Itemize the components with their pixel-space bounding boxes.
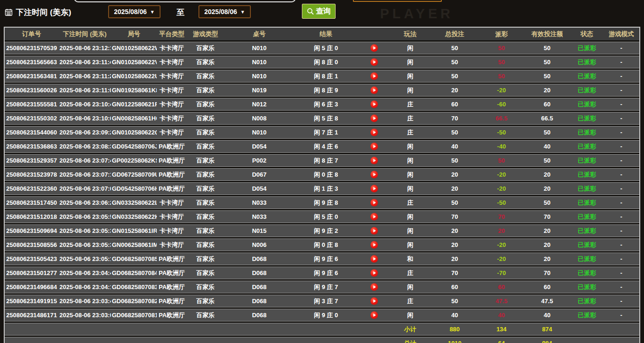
replay-icon[interactable] xyxy=(370,213,378,221)
col-order-number: 订单号 xyxy=(5,28,59,40)
game-result: 闲 5 庄 8 xyxy=(294,112,358,125)
table-number: P002 xyxy=(224,154,294,167)
status-badge: 已派彩 xyxy=(571,140,603,153)
replay-icon[interactable] xyxy=(370,44,378,52)
game-result: 闲 3 庄 7 xyxy=(294,295,358,307)
game-type: 百家乐 xyxy=(187,70,224,82)
play-type: 闲 xyxy=(390,309,430,321)
table-number: N015 xyxy=(224,224,294,237)
replay-cell xyxy=(358,42,390,54)
col-table-number: 桌号 xyxy=(224,28,294,40)
game-type: 百家乐 xyxy=(187,196,224,209)
replay-cell xyxy=(358,196,390,209)
cutoff-element-top xyxy=(74,0,296,2)
replay-icon[interactable] xyxy=(370,283,378,291)
replay-icon[interactable] xyxy=(370,227,378,235)
valid-bet: 20 xyxy=(524,224,571,237)
status-badge: 已派彩 xyxy=(571,253,603,265)
platform-type: PA欧洲厅 xyxy=(157,182,187,195)
order-number: 250806231509694 xyxy=(5,224,59,237)
payout: 50 xyxy=(479,154,524,167)
game-result: 闲 9 庄 0 xyxy=(294,309,358,321)
bet-time: 2025-08-06 23:05:10 xyxy=(59,253,111,265)
replay-cell xyxy=(358,98,390,111)
game-type: 百家乐 xyxy=(187,154,224,167)
total-bet: 50 xyxy=(430,196,479,209)
payout: 20 xyxy=(479,224,524,237)
game-type: 百家乐 xyxy=(187,112,224,125)
round-number: GN015258061IR xyxy=(111,224,157,237)
replay-icon[interactable] xyxy=(370,171,378,179)
game-mode: - xyxy=(603,126,639,139)
col-round-number: 局号 xyxy=(111,28,157,40)
col-bet-time: 下注时间 (美东) xyxy=(59,28,111,40)
table-row: 250806231544060 2025-08-06 23:09:23 GN01… xyxy=(5,126,639,139)
payout: -20 xyxy=(479,84,524,97)
bet-time: 2025-08-06 23:10:06 xyxy=(59,112,111,125)
game-mode: - xyxy=(603,42,639,54)
play-type: 和 xyxy=(390,253,430,265)
platform-type: 卡卡湾厅 xyxy=(157,56,187,68)
total-bet: 40 xyxy=(430,140,479,153)
platform-type: PA欧洲厅 xyxy=(157,154,187,167)
status-badge: 已派彩 xyxy=(571,98,603,111)
replay-icon[interactable] xyxy=(370,241,378,249)
replay-icon[interactable] xyxy=(370,255,378,263)
total-bet: 50 xyxy=(430,56,479,68)
date-from-select[interactable]: 2025/08/06 ▼ xyxy=(108,5,161,18)
round-number: GN0122580621F xyxy=(111,98,157,111)
table-row: 250806231555581 2025-08-06 23:10:41 GN01… xyxy=(5,98,639,111)
valid-bet: 50 xyxy=(524,196,571,209)
replay-icon[interactable] xyxy=(370,157,378,164)
col-status: 状态 xyxy=(571,28,603,40)
replay-icon[interactable] xyxy=(370,86,378,94)
replay-icon[interactable] xyxy=(370,199,378,207)
replay-icon[interactable] xyxy=(370,142,378,150)
replay-icon[interactable] xyxy=(370,297,378,305)
date-to-select[interactable]: 2025/08/06 ▼ xyxy=(198,5,251,18)
round-number: GN0332580622K xyxy=(111,210,157,223)
replay-icon[interactable] xyxy=(370,58,378,66)
game-result: 闲 0 庄 8 xyxy=(294,239,358,251)
payout: -40 xyxy=(479,140,524,153)
bet-time: 2025-08-06 23:03:03 xyxy=(59,309,111,321)
table-row: 250806231550302 2025-08-06 23:10:06 GN00… xyxy=(5,112,639,125)
replay-icon[interactable] xyxy=(370,72,378,80)
subtotal-total-bet: 880 xyxy=(430,323,479,336)
query-button[interactable]: 查询 xyxy=(302,4,336,19)
order-number: 250806231536863 xyxy=(5,140,59,153)
replay-icon[interactable] xyxy=(370,114,378,122)
payout: -20 xyxy=(479,239,524,251)
total-bet: 20 xyxy=(430,168,479,181)
status-badge: 已派彩 xyxy=(571,154,603,167)
table-number: N006 xyxy=(224,239,294,251)
replay-icon[interactable] xyxy=(370,185,378,193)
total-bet: 50 xyxy=(430,126,479,139)
status-badge: 已派彩 xyxy=(571,56,603,68)
total-bet: 20 xyxy=(430,239,479,251)
replay-icon[interactable] xyxy=(370,269,378,277)
game-mode: - xyxy=(603,253,639,265)
order-number: 250806231523978 xyxy=(5,168,59,181)
play-type: 闲 xyxy=(390,224,430,237)
order-number: 250806231505423 xyxy=(5,253,59,265)
round-number: GD06825807083 xyxy=(111,281,157,293)
play-type: 闲 xyxy=(390,140,430,153)
valid-bet: 66.5 xyxy=(524,112,571,125)
table-number: D068 xyxy=(224,295,294,307)
payout: 70 xyxy=(479,210,524,223)
status-badge: 已派彩 xyxy=(571,224,603,237)
payout: 66.5 xyxy=(479,112,524,125)
replay-cell xyxy=(358,210,390,223)
bet-time: 2025-08-06 23:05:53 xyxy=(59,210,111,223)
replay-cell xyxy=(358,140,390,153)
replay-icon[interactable] xyxy=(370,128,378,136)
table-number: N019 xyxy=(224,84,294,97)
table-row: 250806231529357 2025-08-06 23:07:48 GP00… xyxy=(5,154,639,167)
game-type: 百家乐 xyxy=(187,126,224,139)
replay-icon[interactable] xyxy=(370,100,378,108)
game-mode: - xyxy=(603,267,639,279)
total-bet: 50 xyxy=(430,42,479,54)
replay-icon[interactable] xyxy=(370,311,378,319)
payout: 50 xyxy=(479,70,524,82)
